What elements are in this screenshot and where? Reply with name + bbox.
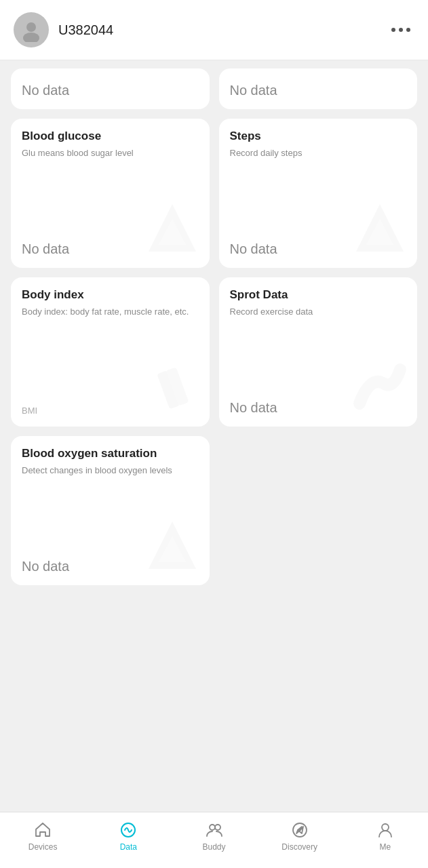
dot3 [406, 28, 410, 32]
header: U382044 [0, 0, 428, 60]
steps-card[interactable]: Steps Record daily steps No data [219, 119, 418, 268]
body-index-title: Body index [22, 288, 199, 302]
dot2 [399, 28, 403, 32]
dot1 [391, 28, 395, 32]
blood-oxygen-title: Blood oxygen saturation [22, 447, 199, 460]
blood-oxygen-watermark [142, 515, 203, 578]
nav-item-discovery[interactable]: Discovery [257, 818, 343, 854]
nav-label-buddy: Buddy [202, 842, 225, 852]
nav-label-devices: Devices [28, 842, 58, 852]
compass-icon [290, 821, 309, 840]
blood-glucose-card[interactable]: Blood glucose Glu means blood sugar leve… [11, 119, 210, 268]
nav-item-data[interactable]: Data [85, 818, 171, 854]
blood-glucose-title: Blood glucose [22, 130, 199, 143]
blood-glucose-watermark [142, 197, 203, 261]
steps-watermark [349, 197, 410, 261]
svg-point-11 [210, 825, 215, 830]
avatar[interactable] [14, 12, 49, 47]
partial-card-right-value: No data [230, 83, 277, 98]
buddy-icon [205, 821, 224, 840]
cards-grid: Blood glucose Glu means blood sugar leve… [11, 119, 417, 585]
nav-item-me[interactable]: Me [343, 818, 428, 854]
partial-card-right[interactable]: No data [219, 68, 418, 109]
svg-point-0 [26, 22, 36, 32]
person-icon [376, 821, 395, 840]
nav-label-me: Me [380, 842, 391, 852]
body-index-watermark [142, 356, 203, 420]
svg-point-12 [215, 825, 220, 830]
home-icon [33, 821, 52, 840]
body-index-card[interactable]: Body index Body index: body fat rate, mu… [11, 277, 210, 427]
sprot-data-card[interactable]: Sprot Data Record exercise data No data [219, 277, 418, 427]
username-label: U382044 [58, 22, 387, 38]
sprot-data-title: Sprot Data [230, 288, 407, 302]
nav-item-buddy[interactable]: Buddy [171, 818, 256, 854]
svg-point-1 [23, 33, 39, 42]
partial-card-left-value: No data [22, 83, 69, 98]
partial-cards-row: No data No data [11, 68, 417, 109]
nav-label-data: Data [120, 842, 137, 852]
partial-card-left[interactable]: No data [11, 68, 210, 109]
data-icon [119, 821, 138, 840]
steps-title: Steps [230, 130, 407, 143]
sprot-data-watermark [349, 356, 410, 420]
more-menu-button[interactable] [387, 24, 414, 36]
bottom-nav: Devices Data Buddy [0, 812, 428, 868]
nav-item-devices[interactable]: Devices [0, 818, 85, 854]
svg-point-16 [382, 824, 389, 831]
content-area: No data No data Blood glucose Glu means … [0, 60, 428, 812]
nav-label-discovery: Discovery [281, 842, 317, 852]
blood-oxygen-card[interactable]: Blood oxygen saturation Detect changes i… [11, 436, 210, 585]
